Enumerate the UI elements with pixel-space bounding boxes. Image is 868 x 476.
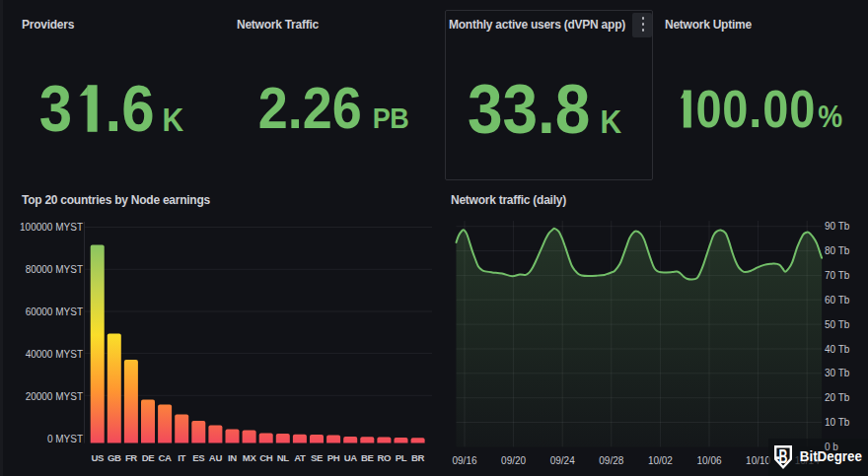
svg-text:B: B	[778, 445, 787, 468]
svg-text:BitDegree: BitDegree	[800, 447, 862, 464]
